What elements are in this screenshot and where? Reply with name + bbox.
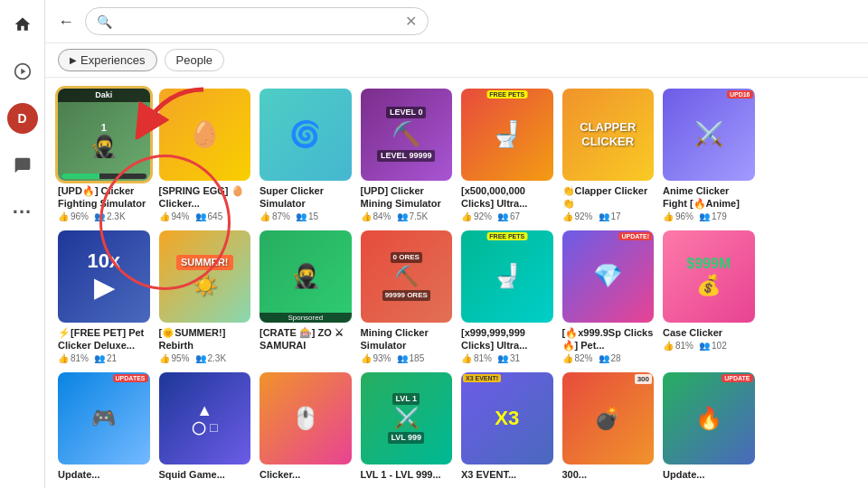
sponsored-badge: Sponsored — [259, 313, 352, 323]
game-title: [x500,000,000 Clicks] Ultra... — [461, 184, 553, 211]
game-stats: 👍 96% 👥 179 — [663, 211, 755, 221]
game-stats: 👍 84% 👥 7.5K — [361, 211, 453, 221]
game-title: Case Clicker — [663, 326, 755, 339]
update-badge: UPDATE! — [618, 232, 652, 240]
sidebar-item-home[interactable] — [7, 9, 38, 40]
game-grid-row2: 10x ▶ ⚡[FREE PET] Pet Clicker Deluxe... … — [58, 230, 855, 363]
update-badge: UPDATE — [722, 374, 752, 382]
game-stats: 👍 96% 👥 2.3K — [58, 211, 150, 221]
game-grid-row3: 🎮 UPDATES Update... ▲◯ □ Squid Game... — [58, 372, 855, 481]
sidebar-item-chat[interactable] — [7, 150, 38, 181]
game-title: X3 EVENT... — [461, 468, 553, 481]
game-card-r2-7[interactable]: $999M 💰 Case Clicker 👍 81% 👥 102 — [663, 230, 755, 363]
game-title: Mining Clicker Simulator — [361, 326, 453, 352]
game-card-5[interactable]: 🚽 FREE PETS [x500,000,000 Clicks] Ultra.… — [461, 89, 553, 221]
sidebar-item-discover[interactable] — [7, 56, 38, 87]
game-card-r2-6[interactable]: 💎 UPDATE! [🔥x999.9Sp Clicks🔥] Pet... 👍 8… — [562, 230, 655, 363]
game-card-r3-4[interactable]: LVL 1 ⚔️ LVL 999 LVL 1 - LVL 999... — [361, 372, 453, 481]
game-title: Update... — [58, 468, 150, 481]
game-title: Squid Game... — [159, 468, 251, 481]
game-card-6[interactable]: CLAPPERCLICKER 👏Clapper Clicker👏 👍 92% 👥… — [562, 89, 655, 221]
search-bar[interactable]: 🔍 Clicker Fighting Simulator ✕ — [85, 7, 429, 35]
game-title: [UPD] Clicker Mining Simulator — [361, 184, 453, 211]
game-title: 👏Clapper Clicker👏 — [562, 184, 655, 211]
game-stats: 👍 92% 👥 17 — [562, 211, 655, 221]
game-card-r2-1[interactable]: 10x ▶ ⚡[FREE PET] Pet Clicker Deluxe... … — [58, 230, 150, 363]
filter-tabs: ▶ Experiences People — [45, 43, 868, 78]
game-title: [🔥x999.9Sp Clicks🔥] Pet... — [562, 326, 655, 352]
update-badge: UPD16 — [727, 90, 753, 99]
game-card-r3-2[interactable]: ▲◯ □ Squid Game... — [159, 372, 251, 481]
game-card-r3-3[interactable]: 🖱️ Clicker... — [259, 372, 352, 481]
free-pets-badge: FREE PETS — [486, 232, 527, 240]
update-badge: UPDATES — [113, 374, 148, 382]
game-card-r2-4[interactable]: 0 ORES ⛏️ 99999 ORES Mining Clicker Simu… — [361, 230, 453, 363]
game-stats: 👍 93% 👥 185 — [361, 353, 453, 363]
game-card-r3-5[interactable]: X3 X3 EVENT! X3 EVENT... — [461, 372, 553, 481]
game-stats: 👍 82% 👥 28 — [562, 353, 655, 363]
game-title: [x999,999,999 Clicks] Ultra... — [461, 326, 553, 352]
game-title: Update... — [663, 468, 755, 481]
game-title: Super Clicker Simulator — [259, 184, 352, 211]
game-card-3[interactable]: 🌀 Super Clicker Simulator 👍 87% 👥 15 — [259, 89, 352, 221]
sidebar-avatar[interactable]: D — [7, 103, 38, 134]
game-card-r3-1[interactable]: 🎮 UPDATES Update... — [58, 372, 150, 481]
game-title: [UPD🔥] Clicker Fighting Simulator — [58, 184, 150, 211]
search-clear-button[interactable]: ✕ — [405, 13, 417, 30]
game-card-r2-5[interactable]: 🚽 FREE PETS [x999,999,999 Clicks] Ultra.… — [461, 230, 553, 363]
tab-people[interactable]: People — [165, 49, 224, 71]
svg-marker-1 — [21, 69, 25, 75]
game-title: Anime Clicker Fight [🔥Anime] — [663, 184, 755, 211]
search-icon: 🔍 — [97, 14, 112, 29]
game-stats: 👍 81% 👥 102 — [663, 341, 755, 351]
play-icon: ▶ — [70, 55, 77, 65]
game-card-r3-6[interactable]: 💣 300 300... — [562, 372, 655, 481]
topbar: ← 🔍 Clicker Fighting Simulator ✕ — [45, 0, 868, 43]
game-card-r2-8-placeholder — [764, 230, 856, 363]
game-card-4[interactable]: LEVEL 0 ⛏️ LEVEL 99999 [UPD] Clicker Min… — [361, 89, 453, 221]
game-card-2[interactable]: 🥚 [SPRING EGG] 🥚Clicker... 👍 94% 👥 645 — [159, 89, 251, 221]
game-card-r2-2[interactable]: SUMMER! ☀️ [🌞SUMMER!] Rebirth Champion..… — [159, 230, 251, 363]
main-panel: ← 🔍 Clicker Fighting Simulator ✕ ▶ Exper… — [45, 0, 868, 488]
free-pets-badge: FREE PETS — [486, 90, 527, 99]
back-button[interactable]: ← — [58, 14, 74, 30]
game-title: 300... — [562, 468, 655, 481]
game-title: Clicker... — [259, 468, 352, 481]
game-title: [🌞SUMMER!] Rebirth Champion... — [159, 326, 251, 352]
game-stats: 👍 94% 👥 645 — [159, 211, 251, 221]
game-card-1[interactable]: Daki 1 🥷 [UPD🔥] Clicker Fighting Simulat… — [58, 89, 150, 221]
game-card-r3-8-placeholder — [764, 372, 856, 481]
game-stats: 👍 92% 👥 67 — [461, 211, 553, 221]
game-card-r2-3[interactable]: 🥷 Sponsored [CRATE 🎰] ZO ⚔ SAMURAI — [259, 230, 352, 363]
main-container: ← 🔍 Clicker Fighting Simulator ✕ ▶ Exper… — [45, 0, 868, 488]
game-card-7[interactable]: ⚔️ UPD16 Anime Clicker Fight [🔥Anime] 👍 … — [663, 89, 755, 221]
game-stats: 👍 95% 👥 2.3K — [159, 353, 251, 363]
game-stats: 👍 87% 👥 15 — [259, 211, 352, 221]
game-grid-row1: Daki 1 🥷 [UPD🔥] Clicker Fighting Simulat… — [58, 89, 855, 221]
game-stats: 👍 81% 👥 21 — [58, 353, 150, 363]
game-card-8-placeholder — [764, 89, 856, 221]
search-input[interactable]: Clicker Fighting Simulator — [119, 14, 398, 29]
game-stats: 👍 81% 👥 31 — [461, 353, 553, 363]
tab-experiences[interactable]: ▶ Experiences — [58, 49, 157, 71]
game-title: ⚡[FREE PET] Pet Clicker Deluxe... — [58, 326, 150, 352]
sidebar-item-more[interactable]: ··· — [7, 197, 38, 228]
game-title: [CRATE 🎰] ZO ⚔ SAMURAI — [259, 326, 352, 352]
grid-area: Daki 1 🥷 [UPD🔥] Clicker Fighting Simulat… — [45, 78, 868, 488]
game-title: LVL 1 - LVL 999... — [361, 468, 453, 481]
game-card-r3-7[interactable]: 🔥 UPDATE Update... — [663, 372, 755, 481]
sidebar: D ··· — [0, 0, 45, 488]
game-title: [SPRING EGG] 🥚Clicker... — [159, 184, 251, 211]
player-name-badge: Daki — [58, 89, 150, 102]
